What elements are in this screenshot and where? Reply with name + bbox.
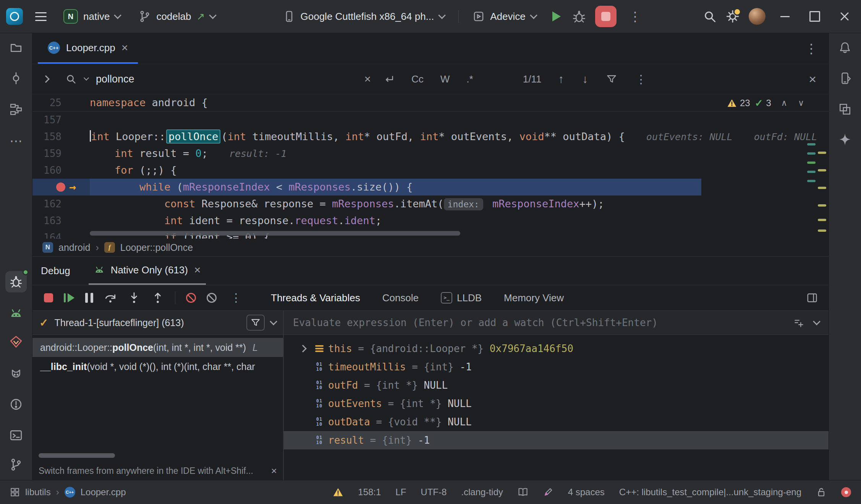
code-line[interactable]: 160 for (;;) { [32,162,829,179]
add-watch-icon[interactable] [793,317,804,328]
run-config-selector[interactable]: Adevice [468,6,541,26]
stack-frame[interactable]: android::Looper::pollOnce(int, int *, in… [32,338,283,357]
more-actions-icon[interactable]: ⋮ [626,10,645,23]
variable-row[interactable]: this = {android::Looper *} 0x7967aa146f5… [284,339,829,358]
line-number[interactable]: 159 [32,145,90,162]
tab-looper-cpp[interactable]: C++ Looper.cpp × [38,33,138,64]
status-module[interactable]: libutils [25,487,51,498]
filter-search-icon[interactable] [606,74,617,84]
debug-session-tab[interactable]: Native Only (613) × [89,257,206,285]
evaluate-expand-chevron-icon[interactable] [813,318,821,325]
device-manager-icon[interactable] [9,307,23,320]
clear-search-icon[interactable]: × [364,73,371,85]
resume-program-icon[interactable] [64,293,74,302]
line-number[interactable]: 157 [32,111,90,128]
regex-toggle[interactable]: .* [466,73,473,85]
file-encoding[interactable]: UTF-8 [421,487,447,498]
match-case-toggle[interactable]: Cc [411,73,424,85]
line-number[interactable]: 164 [32,229,90,239]
breadcrumb-function[interactable]: Looper::pollOnce [120,242,193,253]
debug-tab-lldb[interactable]: >_LLDB [441,292,482,304]
running-devices-icon[interactable] [838,72,851,85]
debug-tool-window-button[interactable] [5,271,27,292]
gemini-icon[interactable] [838,133,851,146]
indent-setting[interactable]: 4 spaces [568,487,605,498]
debug-stop-icon[interactable] [44,293,53,302]
expand-chevron-icon[interactable] [295,346,311,351]
close-search-icon[interactable]: × [809,73,816,85]
error-indicator-icon[interactable] [841,487,851,497]
step-out-icon[interactable] [151,291,164,304]
next-problem-chevron-icon[interactable]: ∨ [798,98,804,108]
search-query[interactable]: pollonce [96,73,356,85]
next-match-icon[interactable]: ↓ [582,73,588,86]
mute-breakpoints-icon[interactable] [207,293,217,303]
reader-mode-icon[interactable] [518,487,528,498]
settings-gear-icon[interactable] [726,10,740,23]
code-line[interactable]: → while (mResponseIndex < mResponses.siz… [32,179,829,195]
line-number[interactable]: 160 [32,162,90,179]
main-menu-icon[interactable] [32,9,50,24]
search-history-chevron-icon[interactable] [84,75,89,81]
variable-row[interactable]: 0110result = {int} -1 [284,431,829,449]
code-line[interactable]: 159 int result = 0;result: -1 [32,145,829,162]
thread-dropdown-chevron-icon[interactable] [270,318,277,325]
logcat-icon[interactable] [10,367,23,380]
tab-options-kebab-icon[interactable]: ⋮ [805,41,818,56]
stop-button[interactable] [595,6,617,27]
thread-selector[interactable]: ✓ Thread-1-[surfaceflinger] (613) [32,311,283,335]
line-number[interactable]: 162 [32,195,90,212]
project-folder-icon[interactable] [10,41,23,54]
line-number[interactable]: 25 [32,94,90,111]
inspections-widget[interactable]: 23 ✓ 3 ∧ ∨ [727,96,804,110]
view-breakpoints-icon[interactable] [186,293,196,303]
more-tools-icon[interactable]: ⋯ [10,133,23,149]
line-number[interactable]: 158 [32,128,90,145]
user-avatar[interactable] [749,8,766,25]
breadcrumb-namespace[interactable]: android [58,242,90,253]
frames-horizontal-scrollbar[interactable] [39,453,115,458]
passed-badge[interactable]: ✓ 3 [755,97,771,109]
search-more-kebab-icon[interactable]: ⋮ [635,73,647,86]
variable-row[interactable]: 0110outFd = {int *} NULL [284,376,829,394]
stack-frame[interactable]: __libc_init(void *, void (*)(), int (*)(… [32,357,283,376]
breakpoint-icon[interactable] [56,183,65,192]
caret-position[interactable]: 158:1 [358,487,381,498]
whole-words-toggle[interactable]: W [440,73,450,85]
status-file[interactable]: Looper.cpp [81,487,126,498]
toolchain-setting[interactable]: C++: libutils_test_compile|...unk_stagin… [619,487,801,498]
code-editor[interactable]: 25namespace android {157158int Looper::p… [32,94,829,239]
analyzer-config[interactable]: .clang-tidy [461,487,503,498]
code-line[interactable]: 157 [32,111,829,128]
prev-problem-chevron-icon[interactable]: ∧ [781,98,787,108]
hide-frames-filter-button[interactable] [246,315,265,331]
commit-icon[interactable] [10,72,23,85]
step-over-icon[interactable] [104,291,117,304]
pause-program-icon[interactable] [85,293,93,303]
dismiss-hint-icon[interactable]: × [271,465,277,477]
tab-close-icon[interactable]: × [121,42,128,53]
variable-row[interactable]: 0110timeoutMillis = {int} -1 [284,358,829,376]
device-selector[interactable]: Google Cuttlefish x86_64 ph... [278,6,450,26]
app-quality-insights-icon[interactable] [10,335,23,348]
search-field[interactable]: pollonce × [59,73,371,85]
debug-more-kebab-icon[interactable]: ⋮ [227,291,245,304]
previous-match-icon[interactable]: ↑ [558,73,564,86]
code-line[interactable]: 25namespace android { [32,94,829,111]
line-separator[interactable]: LF [395,487,406,498]
window-minimize-button[interactable] [775,6,795,27]
layout-inspector-icon[interactable] [838,103,851,116]
code-line[interactable]: 163 int ident = response.request.ident; [32,212,829,229]
editor-horizontal-scrollbar[interactable] [90,231,460,236]
variable-row[interactable]: 0110outEvents = {int *} NULL [284,394,829,413]
terminal-icon[interactable] [10,429,23,442]
variable-row[interactable]: 0110outData = {void **} NULL [284,413,829,431]
structure-icon[interactable] [10,103,23,116]
expand-search-icon[interactable] [32,76,59,82]
project-widget[interactable]: N native [59,5,125,27]
version-control-icon[interactable] [10,458,23,471]
layout-settings-icon[interactable] [806,292,818,304]
debug-tab-threads-variables[interactable]: Threads & Variables [271,292,360,304]
debug-tab-console[interactable]: Console [382,292,419,304]
run-button[interactable] [552,11,561,21]
